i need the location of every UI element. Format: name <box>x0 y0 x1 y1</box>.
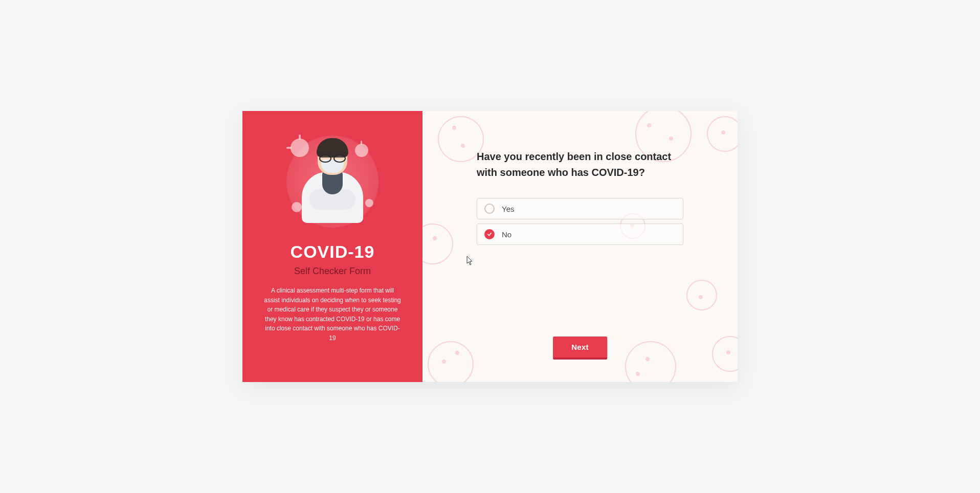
option-no[interactable]: No <box>477 223 683 245</box>
form-main: Have you recently been in close contact … <box>422 111 738 382</box>
sidebar-subtitle: Self Checker Form <box>294 266 371 277</box>
sidebar-description: A clinical assessment multi-step form th… <box>261 286 404 343</box>
sidebar-title: COVID-19 <box>291 242 375 262</box>
option-yes[interactable]: Yes <box>477 198 683 219</box>
doctor-illustration <box>286 136 378 228</box>
option-label: Yes <box>502 205 514 213</box>
form-card: COVID-19 Self Checker Form A clinical as… <box>242 111 738 382</box>
checkmark-icon <box>487 232 492 237</box>
question-text: Have you recently been in close contact … <box>477 149 683 181</box>
radio-icon <box>484 204 495 214</box>
next-button[interactable]: Next <box>553 337 607 357</box>
option-label: No <box>502 230 511 239</box>
options-group: Yes No <box>477 198 683 245</box>
radio-icon <box>484 229 495 239</box>
doctor-icon <box>297 138 368 225</box>
sidebar-panel: COVID-19 Self Checker Form A clinical as… <box>242 111 422 382</box>
